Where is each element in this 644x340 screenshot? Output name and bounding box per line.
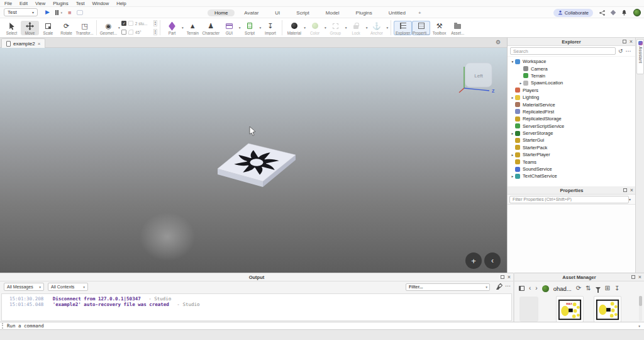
expand-arrow-icon[interactable]: ▸ (510, 132, 515, 135)
asset-user-name[interactable]: ohad... (553, 285, 572, 292)
explorer-item-players[interactable]: Players (508, 87, 636, 94)
viewport-settings-gear-icon[interactable]: ⚙ (496, 39, 501, 45)
document-tab-example2[interactable]: example2 × (1, 38, 45, 48)
scrollbar[interactable] (639, 296, 642, 321)
explorer-item-workspace[interactable]: ▾Workspace (508, 58, 636, 65)
explorer-item-teams[interactable]: Teams (508, 158, 636, 165)
select-tool-button[interactable]: Select (3, 21, 21, 35)
import-button[interactable]: ↧ Import (261, 21, 279, 35)
asset-thumbnail[interactable]: MAX (556, 296, 584, 322)
anchor-dropdown-icon[interactable]: ▾ (386, 26, 388, 30)
toolbox-panel-button[interactable]: ⚒ Toolbox (430, 21, 448, 35)
properties-filter-input[interactable] (509, 196, 629, 203)
tab-plugins[interactable]: Plugins (349, 9, 379, 16)
sort-icon[interactable]: ⇅ (586, 285, 591, 292)
filter-funnel-icon[interactable] (596, 287, 601, 290)
transform-tool-button[interactable]: ◳ Transfor... (75, 21, 94, 35)
script-button[interactable]: Script (241, 21, 259, 35)
menu-item-edit[interactable]: Edit (19, 1, 28, 6)
explorer-item-replicatedstorage[interactable]: ReplicatedStorage (508, 115, 636, 122)
properties-panel-button[interactable]: Properti... (412, 21, 430, 35)
geometric-mode-button[interactable]: ◉ Geomet... (99, 21, 118, 35)
insert-part-button[interactable]: Part (163, 21, 181, 35)
close-tab-icon[interactable]: × (38, 41, 41, 47)
output-filter-input[interactable] (406, 283, 490, 291)
chevron-down-icon[interactable]: ▾ (629, 197, 631, 201)
assistant-tab[interactable]: Assistant (636, 39, 644, 74)
sidebar-toggle-icon[interactable] (519, 286, 525, 291)
pause-dropdown-icon[interactable]: ▾ (60, 11, 62, 14)
command-input[interactable] (3, 322, 638, 329)
float-panel-icon[interactable] (501, 275, 504, 279)
menu-item-file[interactable]: File (4, 1, 12, 6)
explorer-item-starterpack[interactable]: StarterPack (508, 144, 636, 151)
explorer-item-terrain[interactable]: Terrain (508, 72, 636, 79)
group-button[interactable]: Group (326, 21, 345, 35)
new-tab-button[interactable]: + (415, 9, 425, 16)
notifications-bell-icon[interactable] (621, 9, 627, 16)
explorer-item-serverscriptservice[interactable]: ServerScriptService (508, 123, 636, 130)
view-cube[interactable]: Left Z (454, 59, 499, 97)
explorer-item-materialservice[interactable]: MaterialService (508, 101, 636, 108)
search-history-icon[interactable]: ↺ (618, 48, 623, 54)
explorer-search-input[interactable] (510, 47, 616, 55)
close-panel-icon[interactable]: × (630, 39, 633, 44)
color-button[interactable]: Color (306, 21, 324, 35)
terrain-button[interactable]: ▲ Terrain (184, 21, 202, 35)
share-icon[interactable] (599, 10, 605, 16)
scale-tool-button[interactable]: Scale (39, 21, 57, 35)
explorer-item-camera[interactable]: Camera (508, 65, 636, 72)
anchor-button[interactable]: ⚓ Anchor (367, 21, 386, 35)
geometric-dropdown-icon[interactable]: ▾ (118, 26, 120, 30)
snap-rotate-stepper[interactable]: ▴▾ (153, 29, 157, 35)
explorer-header[interactable]: Explorer × (508, 38, 635, 46)
close-panel-icon[interactable]: × (508, 275, 511, 280)
asset-thumbnail-empty[interactable] (519, 297, 538, 322)
menu-item-test[interactable]: Test (76, 1, 85, 6)
chevron-down-icon[interactable]: ▾ (638, 324, 640, 328)
tab-avatar[interactable]: Avatar (237, 9, 265, 16)
play-button[interactable]: ▶ (45, 8, 50, 16)
move-tool-button[interactable]: Move (21, 21, 39, 35)
viewport-collapse-button[interactable]: ‹ (484, 252, 501, 269)
output-more-icon[interactable]: ⋯ (505, 283, 511, 289)
explorer-item-textchatservice[interactable]: ▸TextChatService (508, 173, 636, 179)
material-button[interactable]: Material (285, 21, 303, 35)
expand-arrow-icon[interactable]: ▸ (518, 81, 523, 85)
lock-button[interactable]: Lock (347, 21, 365, 35)
float-panel-icon[interactable] (631, 275, 635, 279)
menu-item-window[interactable]: Window (92, 1, 109, 6)
asset-thumbnail[interactable] (594, 296, 621, 322)
messages-filter-dropdown[interactable]: All Messages▾ (4, 283, 44, 291)
refresh-icon[interactable]: ⟳ (576, 285, 581, 292)
menu-item-view[interactable]: View (35, 1, 45, 6)
contexts-filter-dropdown[interactable]: All Contexts▾ (48, 283, 88, 291)
explorer-panel-button[interactable]: Explorer (394, 21, 412, 35)
tab-ui[interactable]: UI (268, 9, 287, 16)
viewport-zoom-in-button[interactable]: + (465, 252, 482, 269)
client-server-toggle-icon[interactable] (77, 10, 83, 15)
spawn-platform[interactable] (214, 141, 298, 190)
collaborate-button[interactable]: Collaborate (553, 9, 593, 17)
explorer-item-spawnlocation[interactable]: ▸SpawnLocation (508, 79, 636, 86)
gui-button[interactable]: GUI (220, 21, 238, 35)
close-panel-icon[interactable]: × (638, 275, 641, 280)
tab-script[interactable]: Script (289, 9, 316, 16)
expand-arrow-icon[interactable]: ▸ (510, 153, 515, 157)
explorer-item-replicatedfirst[interactable]: ReplicatedFirst (508, 108, 636, 115)
explorer-item-soundservice[interactable]: SoundService (508, 166, 636, 173)
expand-arrow-icon[interactable]: ▸ (510, 174, 515, 178)
float-panel-icon[interactable] (623, 188, 627, 192)
ai-sparkle-icon[interactable] (611, 11, 615, 14)
menu-item-help[interactable]: Help (116, 1, 126, 6)
float-panel-icon[interactable] (623, 40, 626, 43)
menu-item-plugins[interactable]: Plugins (53, 1, 69, 6)
expand-arrow-icon[interactable]: ▸ (510, 96, 515, 99)
asset-manager-header[interactable]: Asset Manager × (514, 273, 644, 281)
pause-button[interactable] (55, 10, 59, 15)
properties-header[interactable]: Properties × (508, 186, 636, 195)
forward-icon[interactable]: › (535, 285, 537, 292)
snap-rotate-value[interactable]: 45° (135, 30, 152, 35)
tab-model[interactable]: Model (319, 9, 347, 16)
stop-button[interactable]: ■ (68, 9, 71, 16)
